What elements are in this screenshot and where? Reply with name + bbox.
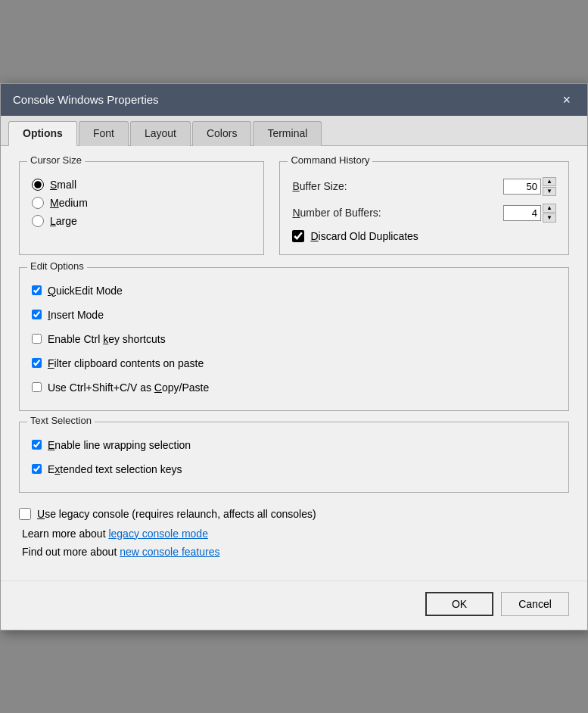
ok-button[interactable]: OK	[425, 592, 493, 616]
discard-duplicates-label: Discard Old Duplicates	[310, 230, 418, 242]
tab-content: Cursor Size Small Medium Large	[1, 146, 587, 581]
cursor-small-item[interactable]: Small	[32, 179, 251, 191]
ctrl-key-item[interactable]: Enable Ctrl key shortcuts	[32, 333, 556, 345]
insert-mode-item[interactable]: Insert Mode	[32, 309, 556, 321]
legacy-console-label: Use legacy console (requires relaunch, a…	[37, 508, 316, 520]
legacy-console-link[interactable]: legacy console mode	[108, 528, 208, 540]
find-out-row: Find out more about new console features	[22, 546, 569, 558]
discard-duplicates-row: Discard Old Duplicates	[292, 230, 556, 242]
num-buffers-input[interactable]	[503, 205, 541, 221]
find-out-prefix: Find out more about	[22, 546, 120, 558]
cursor-medium-item[interactable]: Medium	[32, 197, 251, 209]
legacy-console-checkbox[interactable]	[19, 508, 31, 520]
insert-mode-label: Insert Mode	[48, 309, 104, 321]
insert-mode-checkbox[interactable]	[32, 310, 42, 319]
num-buffers-up[interactable]: ▲	[543, 204, 556, 213]
dialog-title: Console Windows Properties	[13, 93, 159, 106]
learn-more-row: Learn more about legacy console mode	[22, 528, 569, 540]
edit-options-group: Edit Options QuickEdit Mode Insert Mode …	[19, 267, 569, 411]
discard-duplicates-checkbox[interactable]	[292, 230, 304, 242]
tab-bar: Options Font Layout Colors Terminal	[1, 116, 587, 146]
num-buffers-spinbtns: ▲ ▼	[543, 204, 556, 223]
extended-text-checkbox[interactable]	[32, 464, 42, 474]
text-selection-list: Enable line wrapping selection Extended …	[32, 439, 556, 481]
legacy-section: Use legacy console (requires relaunch, a…	[19, 508, 569, 558]
dialog-window: Console Windows Properties × Options Fon…	[0, 83, 588, 630]
cursor-size-group: Cursor Size Small Medium Large	[19, 161, 264, 255]
tab-colors[interactable]: Colors	[192, 121, 251, 146]
cursor-small-radio[interactable]	[32, 179, 44, 191]
filter-clipboard-item[interactable]: Filter clipboard contents on paste	[32, 357, 556, 369]
dialog-footer: OK Cancel	[1, 581, 587, 630]
extended-text-item[interactable]: Extended text selection keys	[32, 463, 556, 475]
ctrl-shift-label: Use Ctrl+Shift+C/V as Copy/Paste	[48, 381, 209, 394]
text-selection-group: Text Selection Enable line wrapping sele…	[19, 422, 569, 493]
tab-terminal[interactable]: Terminal	[253, 121, 322, 146]
tab-layout[interactable]: Layout	[130, 121, 191, 146]
tab-options[interactable]: Options	[8, 121, 77, 146]
buffer-size-down[interactable]: ▼	[543, 187, 556, 196]
text-selection-legend: Text Selection	[27, 415, 95, 426]
ctrl-shift-item[interactable]: Use Ctrl+Shift+C/V as Copy/Paste	[32, 381, 556, 394]
num-buffers-spinner: ▲ ▼	[503, 204, 556, 223]
learn-more-prefix: Learn more about	[22, 528, 108, 540]
line-wrap-checkbox[interactable]	[32, 440, 42, 450]
quickedit-label: QuickEdit Mode	[48, 285, 123, 297]
extended-text-label: Extended text selection keys	[48, 463, 182, 475]
command-history-group: Command History Buffer Size: ▲ ▼ Number …	[279, 161, 569, 255]
legacy-console-row: Use legacy console (requires relaunch, a…	[19, 508, 569, 520]
new-console-link[interactable]: new console features	[120, 546, 219, 558]
buffer-size-up[interactable]: ▲	[543, 177, 556, 186]
cursor-large-radio[interactable]	[32, 215, 44, 227]
buffer-size-spinner: ▲ ▼	[503, 177, 556, 196]
buffer-size-label: Buffer Size:	[292, 180, 503, 192]
cursor-size-legend: Cursor Size	[27, 154, 85, 166]
filter-clipboard-label: Filter clipboard contents on paste	[48, 357, 204, 369]
command-history-legend: Command History	[288, 154, 372, 166]
tab-font[interactable]: Font	[79, 121, 129, 146]
ctrl-shift-checkbox[interactable]	[32, 382, 42, 392]
cursor-medium-label: Medium	[50, 197, 88, 209]
buffer-size-input[interactable]	[503, 179, 541, 195]
close-button[interactable]: ×	[558, 92, 575, 108]
num-buffers-row: Number of Buffers: ▲ ▼	[292, 204, 556, 223]
ctrl-key-checkbox[interactable]	[32, 334, 42, 344]
cursor-large-item[interactable]: Large	[32, 215, 251, 227]
num-buffers-label: Number of Buffers:	[292, 207, 503, 219]
cursor-size-radios: Small Medium Large	[32, 179, 251, 227]
quickedit-checkbox[interactable]	[32, 285, 42, 295]
quickedit-item[interactable]: QuickEdit Mode	[32, 285, 556, 297]
buffer-size-row: Buffer Size: ▲ ▼	[292, 177, 556, 196]
edit-options-list: QuickEdit Mode Insert Mode Enable Ctrl k…	[32, 285, 556, 400]
cancel-button[interactable]: Cancel	[501, 592, 569, 616]
top-section: Cursor Size Small Medium Large	[19, 161, 569, 255]
cursor-medium-radio[interactable]	[32, 197, 44, 209]
filter-clipboard-checkbox[interactable]	[32, 358, 42, 368]
cursor-large-label: Large	[50, 215, 77, 227]
ctrl-key-label: Enable Ctrl key shortcuts	[48, 333, 166, 345]
edit-options-legend: Edit Options	[27, 260, 87, 272]
line-wrap-item[interactable]: Enable line wrapping selection	[32, 439, 556, 451]
title-bar: Console Windows Properties ×	[1, 84, 587, 116]
num-buffers-down[interactable]: ▼	[543, 213, 556, 223]
line-wrap-label: Enable line wrapping selection	[48, 439, 191, 451]
buffer-size-spinbtns: ▲ ▼	[543, 177, 556, 196]
cursor-small-label: Small	[50, 179, 76, 191]
